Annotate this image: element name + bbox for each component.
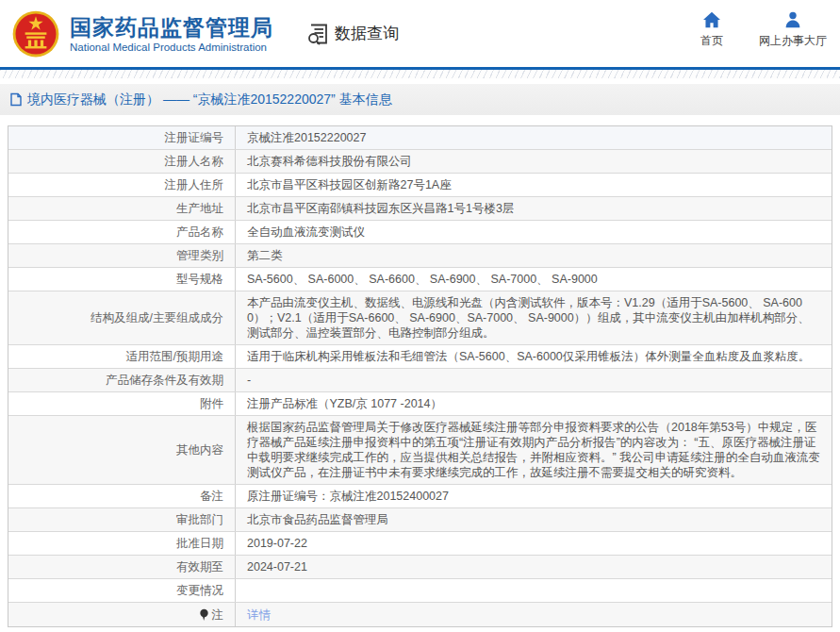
row-label: 产品名称 — [8, 221, 236, 243]
table-row-management-class: 管理类别 第二类 — [8, 244, 832, 268]
hatch-strip — [0, 70, 840, 78]
row-value: 2019-07-22 — [247, 536, 307, 551]
table-row-production-address: 生产地址 北京市昌平区南邵镇科技园东区兴昌路1号1号楼3层 — [8, 197, 832, 221]
document-icon — [9, 92, 23, 107]
row-value: 根据国家药品监督管理局关于修改医疗器械延续注册等部分申报资料要求的公告（2018… — [247, 420, 820, 480]
home-icon — [702, 11, 721, 28]
row-value: SA-5600、 SA-6000、 SA-6600、 SA-6900、 SA-7… — [247, 272, 598, 287]
table-row-attachment: 附件 注册产品标准（YZB/京 1077 -2014） — [8, 392, 832, 416]
row-value: 北京市昌平区科技园区创新路27号1A座 — [247, 177, 452, 192]
row-label: 变更情况 — [8, 579, 236, 602]
row-label: 结构及组成/主要组成成分 — [8, 291, 236, 344]
user-icon — [783, 11, 802, 28]
org-name-cn: 国家药品监督管理局 — [70, 15, 273, 40]
row-value: 2024-07-21 — [247, 559, 307, 574]
table-row-other-content: 其他内容 根据国家药品监督管理局关于修改医疗器械延续注册等部分申报资料要求的公告… — [8, 416, 832, 485]
row-label: 审批部门 — [8, 508, 236, 531]
table-row-product-name: 产品名称 全自动血液流变测试仪 — [8, 221, 832, 244]
logo-group[interactable]: 国家药品监督管理局 National Medical Products Admi… — [11, 9, 273, 58]
table-row-registrant-address: 注册人住所 北京市昌平区科技园区创新路27号1A座 — [8, 174, 832, 197]
table-row-intended-use: 适用范围/预期用途 适用于临床机构采用锥板法和毛细管法（SA-5600、SA-6… — [8, 345, 832, 369]
table-row-remarks: 备注 原注册证编号：京械注准20152400027 — [8, 485, 832, 508]
nav-home-label: 首页 — [700, 33, 723, 49]
header-nav: 首页 网上办事大厅 — [693, 11, 827, 49]
document-search-icon — [305, 22, 330, 46]
row-label: 有效期至 — [8, 556, 236, 578]
note-bulb-icon — [199, 608, 209, 622]
table-row-registrant-name: 注册人名称 北京赛科希德科技股份有限公司 — [8, 150, 832, 174]
data-query-title[interactable]: 数据查询 — [305, 22, 399, 46]
row-label: 其他内容 — [8, 416, 236, 484]
national-emblem-icon — [11, 9, 60, 58]
data-query-label: 数据查询 — [335, 23, 399, 44]
breadcrumb: 境内医疗器械（注册） —— “京械注准20152220027” 基本信息 — [0, 84, 840, 115]
row-value: 注册产品标准（YZB/京 1077 -2014） — [247, 396, 442, 411]
row-label: 注册人住所 — [8, 174, 236, 196]
table-row-reg-number: 注册证编号 京械注准20152220027 — [8, 126, 832, 150]
table-row-storage-validity: 产品储存条件及有效期 - — [8, 369, 832, 392]
nav-home[interactable]: 首页 — [693, 11, 731, 49]
row-label: 批准日期 — [8, 532, 236, 555]
row-label: 备注 — [8, 485, 236, 507]
table-row-approval-department: 审批部门 北京市食品药品监督管理局 — [8, 508, 832, 532]
table-row-note: 注 详情 — [8, 603, 832, 626]
row-label: 注 — [8, 603, 236, 626]
table-row-change-status: 变更情况 — [8, 579, 832, 603]
row-value: 本产品由流变仪主机、数据线、电源线和光盘（内含测试软件，版本号：V1.29（适用… — [247, 295, 820, 341]
row-value: 北京市昌平区南邵镇科技园东区兴昌路1号1号楼3层 — [247, 201, 514, 216]
table-row-model-spec: 型号规格 SA-5600、 SA-6000、 SA-6600、 SA-6900、… — [8, 268, 832, 291]
row-value: 京械注准20152220027 — [247, 130, 366, 145]
row-value: 适用于临床机构采用锥板法和毛细管法（SA-5600、SA-6000仅采用锥板法）… — [247, 349, 810, 364]
row-label: 适用范围/预期用途 — [8, 345, 236, 368]
nav-service-hall[interactable]: 网上办事大厅 — [759, 11, 827, 49]
table-row-approval-date: 批准日期 2019-07-22 — [8, 532, 832, 556]
main-content: 注册证编号 京械注准20152220027 注册人名称 北京赛科希德科技股份有限… — [8, 125, 832, 627]
note-label: 注 — [212, 607, 224, 623]
registration-info-table: 注册证编号 京械注准20152220027 注册人名称 北京赛科希德科技股份有限… — [8, 125, 832, 627]
row-value: 全自动血液流变测试仪 — [247, 225, 365, 240]
row-label: 生产地址 — [8, 197, 236, 220]
org-names: 国家药品监督管理局 National Medical Products Admi… — [70, 15, 273, 53]
row-value: - — [247, 373, 251, 388]
table-row-valid-until: 有效期至 2024-07-21 — [8, 556, 832, 579]
breadcrumb-text: 境内医疗器械（注册） —— “京械注准20152220027” 基本信息 — [27, 91, 392, 108]
nav-service-hall-label: 网上办事大厅 — [759, 33, 827, 49]
table-row-structure-composition: 结构及组成/主要组成成分 本产品由流变仪主机、数据线、电源线和光盘（内含测试软件… — [8, 291, 832, 345]
row-value: 北京赛科希德科技股份有限公司 — [247, 154, 412, 169]
row-label: 管理类别 — [8, 244, 236, 267]
row-label: 型号规格 — [8, 268, 236, 291]
row-value: 原注册证编号：京械注准20152400027 — [247, 489, 449, 504]
org-name-en: National Medical Products Administration — [70, 42, 273, 53]
row-label: 注册证编号 — [8, 126, 236, 149]
row-label: 产品储存条件及有效期 — [8, 369, 236, 391]
row-label: 注册人名称 — [8, 150, 236, 173]
row-label: 附件 — [8, 392, 236, 415]
header: 国家药品监督管理局 National Medical Products Admi… — [0, 0, 840, 67]
row-value: 第二类 — [247, 248, 283, 263]
details-link[interactable]: 详情 — [247, 607, 271, 623]
row-value: 北京市食品药品监督管理局 — [247, 512, 388, 527]
